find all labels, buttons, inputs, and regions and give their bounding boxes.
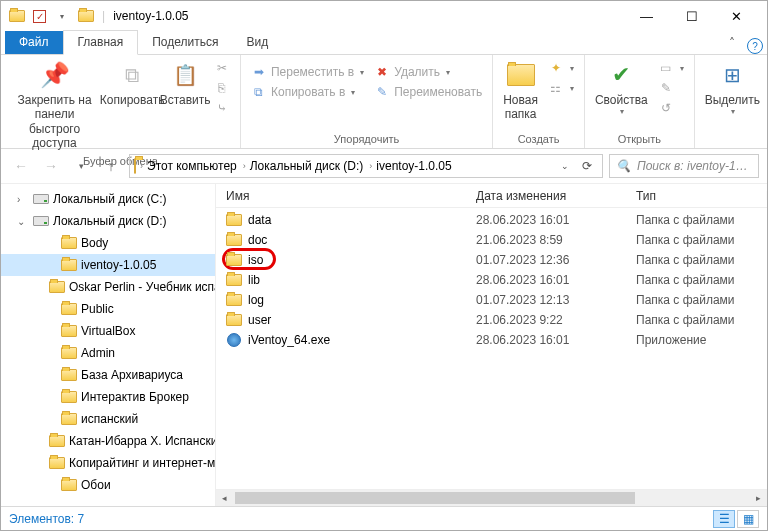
address-dropdown-icon[interactable]: ⌄ — [554, 155, 576, 177]
copy-to-icon: ⧉ — [251, 84, 267, 100]
tree-folder[interactable]: VirtualBox — [1, 320, 215, 342]
file-row[interactable]: iso01.07.2023 12:36Папка с файлами — [216, 250, 767, 270]
application-icon — [226, 332, 242, 348]
tree-folder[interactable]: Катан-Ибарра Х. Испанский — [1, 430, 215, 452]
icons-view-button[interactable]: ▦ — [737, 510, 759, 528]
help-icon[interactable]: ? — [747, 38, 763, 54]
col-type[interactable]: Тип — [636, 189, 766, 203]
group-organize: ➡Переместить в▾ ⧉Копировать в▾ ✖Удалить▾… — [241, 55, 493, 148]
recent-dropdown[interactable]: ▾ — [69, 154, 93, 178]
move-icon: ➡ — [251, 64, 267, 80]
col-name[interactable]: Имя — [226, 189, 476, 203]
tree-folder[interactable]: Копирайтинг и интернет-м — [1, 452, 215, 474]
tree-folder[interactable]: Интерактив Брокер — [1, 386, 215, 408]
copy-button[interactable]: ⧉ Копировать — [104, 57, 160, 109]
new-item-icon: ✦ — [548, 60, 564, 76]
back-button[interactable]: ← — [9, 154, 33, 178]
cut-button[interactable]: ✂ — [210, 59, 234, 77]
search-input[interactable]: 🔍 Поиск в: iventoy-1… — [609, 154, 759, 178]
crumb-this-pc[interactable]: ›Этот компьютер — [138, 159, 239, 173]
paste-shortcut-button[interactable]: ⤷ — [210, 99, 234, 117]
new-folder-button[interactable]: Новая папка — [499, 57, 542, 124]
edit-button[interactable]: ✎ — [654, 79, 688, 97]
shortcut-icon: ⤷ — [214, 100, 230, 116]
tab-file[interactable]: Файл — [5, 31, 63, 54]
address-bar[interactable]: ›Этот компьютер ›Локальный диск (D:) ›iv… — [129, 154, 603, 178]
delete-button[interactable]: ✖Удалить▾ — [370, 63, 486, 81]
crumb-folder[interactable]: ›iventoy-1.0.05 — [367, 159, 453, 173]
history-icon: ↺ — [658, 100, 674, 116]
properties-icon: ✔ — [605, 59, 637, 91]
tree-folder[interactable]: База Архивариуса — [1, 364, 215, 386]
group-label-organize: Упорядочить — [247, 131, 486, 148]
copy-path-button[interactable]: ⎘ — [210, 79, 234, 97]
ribbon-collapse-icon[interactable]: ˄ — [721, 32, 743, 54]
tree-folder[interactable]: Обои — [1, 474, 215, 496]
folder-icon — [226, 292, 242, 308]
group-select: ⊞ Выделить▾ — [695, 55, 768, 148]
copy-icon: ⧉ — [116, 59, 148, 91]
tree-drive-d[interactable]: ⌄Локальный диск (D:) — [1, 210, 215, 232]
col-date[interactable]: Дата изменения — [476, 189, 636, 203]
select-button[interactable]: ⊞ Выделить▾ — [701, 57, 764, 119]
tab-share[interactable]: Поделиться — [138, 31, 232, 54]
minimize-button[interactable]: — — [624, 1, 669, 31]
column-headers[interactable]: Имя Дата изменения Тип Разм — [216, 184, 767, 208]
close-button[interactable]: ✕ — [714, 1, 759, 31]
qat-dropdown-icon[interactable]: ▾ — [54, 8, 70, 24]
main-area: ›Локальный диск (C:) ⌄Локальный диск (D:… — [1, 183, 767, 506]
tree-drive-c[interactable]: ›Локальный диск (C:) — [1, 188, 215, 210]
tree-folder[interactable]: Oskar Perlin - Учебник испанского — [1, 276, 215, 298]
tab-home[interactable]: Главная — [63, 30, 139, 55]
tree-folder[interactable]: iventoy-1.0.05 — [1, 254, 215, 276]
horizontal-scrollbar[interactable]: ◂ ▸ — [216, 489, 767, 506]
up-button[interactable]: ↑ — [99, 154, 123, 178]
easy-access-button[interactable]: ⚏▾ — [544, 79, 578, 97]
folder-icon — [61, 477, 77, 493]
details-view-button[interactable]: ☰ — [713, 510, 735, 528]
file-row[interactable]: doc21.06.2023 8:59Папка с файлами — [216, 230, 767, 250]
move-to-button[interactable]: ➡Переместить в▾ — [247, 63, 368, 81]
rename-button[interactable]: ✎Переименовать — [370, 83, 486, 101]
history-button[interactable]: ↺ — [654, 99, 688, 117]
folder-icon — [49, 433, 65, 449]
scroll-right-icon[interactable]: ▸ — [750, 490, 767, 507]
forward-button[interactable]: → — [39, 154, 63, 178]
pin-icon: 📌 — [39, 59, 71, 91]
refresh-icon[interactable]: ⟳ — [576, 155, 598, 177]
folder-icon — [61, 323, 77, 339]
scissors-icon: ✂ — [214, 60, 230, 76]
folder-icon — [134, 159, 136, 173]
tree-folder[interactable]: Public — [1, 298, 215, 320]
tree-folder[interactable]: Body — [1, 232, 215, 254]
scrollbar-thumb[interactable] — [235, 492, 635, 504]
checkbox-icon[interactable]: ✓ — [33, 10, 46, 23]
copy-to-button[interactable]: ⧉Копировать в▾ — [247, 83, 368, 101]
file-row[interactable]: data28.06.2023 16:01Папка с файлами — [216, 210, 767, 230]
status-bar: Элементов: 7 ☰ ▦ — [1, 506, 767, 530]
file-row[interactable]: log01.07.2023 12:13Папка с файлами — [216, 290, 767, 310]
crumb-drive[interactable]: ›Локальный диск (D:) — [241, 159, 366, 173]
file-row[interactable]: lib28.06.2023 16:01Папка с файлами — [216, 270, 767, 290]
open-button[interactable]: ▭▾ — [654, 59, 688, 77]
folder-icon — [9, 8, 25, 24]
properties-button[interactable]: ✔ Свойства▾ — [591, 57, 652, 119]
file-list[interactable]: data28.06.2023 16:01Папка с файламиdoc21… — [216, 208, 767, 489]
new-item-button[interactable]: ✦▾ — [544, 59, 578, 77]
file-row[interactable]: user21.06.2023 9:22Папка с файлами — [216, 310, 767, 330]
file-row[interactable]: iVentoy_64.exe28.06.2023 16:01Приложение — [216, 330, 767, 350]
folder-icon — [226, 212, 242, 228]
tab-view[interactable]: Вид — [232, 31, 282, 54]
pin-button[interactable]: 📌 Закрепить на панели быстрого доступа — [7, 57, 102, 153]
paste-button[interactable]: 📋 Вставить — [162, 57, 208, 109]
scroll-left-icon[interactable]: ◂ — [216, 490, 233, 507]
navigation-row: ← → ▾ ↑ ›Этот компьютер ›Локальный диск … — [1, 149, 767, 183]
folder-icon — [226, 312, 242, 328]
maximize-button[interactable]: ☐ — [669, 1, 714, 31]
tree-folder[interactable]: Admin — [1, 342, 215, 364]
folder-icon — [61, 301, 77, 317]
navigation-tree[interactable]: ›Локальный диск (C:) ⌄Локальный диск (D:… — [1, 184, 216, 506]
folder-icon — [61, 367, 77, 383]
tree-folder[interactable]: испанский — [1, 408, 215, 430]
drive-icon — [33, 213, 49, 229]
